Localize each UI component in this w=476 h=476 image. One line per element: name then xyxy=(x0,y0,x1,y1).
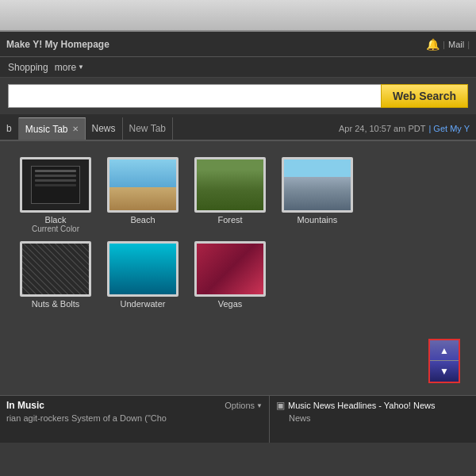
theme-thumb-forest xyxy=(194,157,266,213)
bottom-left-title: In Music xyxy=(6,400,44,411)
theme-thumb-vegas xyxy=(194,241,266,297)
tab-date-area: Apr 24, 10:57 am PDT | Get My Y xyxy=(332,117,476,140)
header-icons: 🔔 | Mail | xyxy=(426,38,470,51)
yahoo-header: Make Y! My Homepage 🔔 | Mail | xyxy=(0,32,476,57)
bell-icon[interactable]: 🔔 xyxy=(426,38,440,51)
tab-news-label: News xyxy=(92,123,116,134)
theme-thumb-nuts xyxy=(20,241,91,297)
header-divider1: | xyxy=(443,40,445,49)
tab-news[interactable]: News xyxy=(86,117,123,140)
theme-item-nuts[interactable]: Nuts & Bolts xyxy=(16,241,95,309)
bottom-left-song: rian agit-rockers System of a Down ("Cho xyxy=(6,413,263,423)
theme-item-forest[interactable]: Forest xyxy=(190,157,270,233)
theme-thumb-beach xyxy=(107,157,178,213)
theme-label-forest: Forest xyxy=(217,215,242,225)
scroll-down-button[interactable]: ▼ xyxy=(430,361,459,382)
theme-label-beach: Beach xyxy=(130,215,155,225)
bottom-right: ▣ Music News Headlines - Yahoo! News New… xyxy=(270,396,476,443)
bottom-right-title-row: ▣ Music News Headlines - Yahoo! News xyxy=(276,400,470,411)
browser-chrome xyxy=(0,0,476,32)
theme-thumb-black xyxy=(20,157,91,213)
tab-music-close[interactable]: ✕ xyxy=(72,125,79,133)
theme-item-beach[interactable]: Beach xyxy=(103,157,182,233)
tab-newtab-label: New Tab xyxy=(129,123,166,134)
get-my-label[interactable]: | Get My Y xyxy=(428,124,470,133)
collapse-icon[interactable]: ▣ xyxy=(276,400,285,411)
current-color-label: Current Color xyxy=(32,225,79,233)
bottom-right-sub: News xyxy=(276,413,470,423)
homepage-title: Make Y! My Homepage xyxy=(6,39,426,50)
theme-label-nuts: Nuts & Bolts xyxy=(32,299,80,309)
theme-item-mountains[interactable]: Mountains xyxy=(278,157,357,233)
options-arrow-icon: ▼ xyxy=(256,402,263,409)
search-button[interactable]: Web Search xyxy=(381,84,468,108)
theme-item-vegas[interactable]: Vegas xyxy=(190,241,270,309)
tab-newtab[interactable]: New Tab xyxy=(123,117,173,140)
header-divider2: | xyxy=(467,40,470,49)
theme-grid: Black Current Color Beach Forest Mountai… xyxy=(16,157,476,309)
theme-label-underwater: Underwater xyxy=(121,299,166,309)
theme-thumb-mountains xyxy=(282,157,353,213)
nav-more-label: more xyxy=(55,62,76,73)
tabs-bar: b Music Tab ✕ News New Tab Apr 24, 10:57… xyxy=(0,114,476,141)
tab-b[interactable]: b xyxy=(0,117,19,140)
tab-music-label: Music Tab xyxy=(25,124,68,135)
nav-bar: Shopping more ▼ xyxy=(0,57,476,78)
scroll-up-button[interactable]: ▲ xyxy=(430,340,459,361)
tab-music[interactable]: Music Tab ✕ xyxy=(19,117,86,140)
search-input[interactable] xyxy=(8,84,381,108)
theme-label-mountains: Mountains xyxy=(298,215,338,225)
theme-label-black: Black xyxy=(45,215,67,225)
scroll-arrows-container: ▲ ▼ xyxy=(428,339,460,383)
main-content: Black Current Color Beach Forest Mountai… xyxy=(0,141,476,395)
scroll-up-icon: ▲ xyxy=(440,345,449,356)
date-label: Apr 24, 10:57 am PDT xyxy=(339,124,425,133)
bottom-bar: In Music Options ▼ rian agit-rockers Sys… xyxy=(0,395,476,443)
nav-more-arrow: ▼ xyxy=(78,63,84,71)
bottom-right-title: Music News Headlines - Yahoo! News xyxy=(288,401,435,410)
search-area: Web Search xyxy=(0,78,476,114)
theme-label-vegas: Vegas xyxy=(218,299,243,309)
theme-item-black[interactable]: Black Current Color xyxy=(16,157,95,233)
nav-shopping[interactable]: Shopping xyxy=(5,62,52,73)
theme-item-underwater[interactable]: Underwater xyxy=(103,241,182,309)
scroll-down-icon: ▼ xyxy=(440,366,449,377)
options-label: Options xyxy=(225,401,255,410)
nav-more[interactable]: more ▼ xyxy=(52,62,87,73)
mail-label[interactable]: Mail xyxy=(448,40,464,49)
theme-thumb-underwater xyxy=(107,241,178,297)
options-button[interactable]: Options ▼ xyxy=(225,401,263,410)
bottom-left: In Music Options ▼ rian agit-rockers Sys… xyxy=(0,396,270,443)
